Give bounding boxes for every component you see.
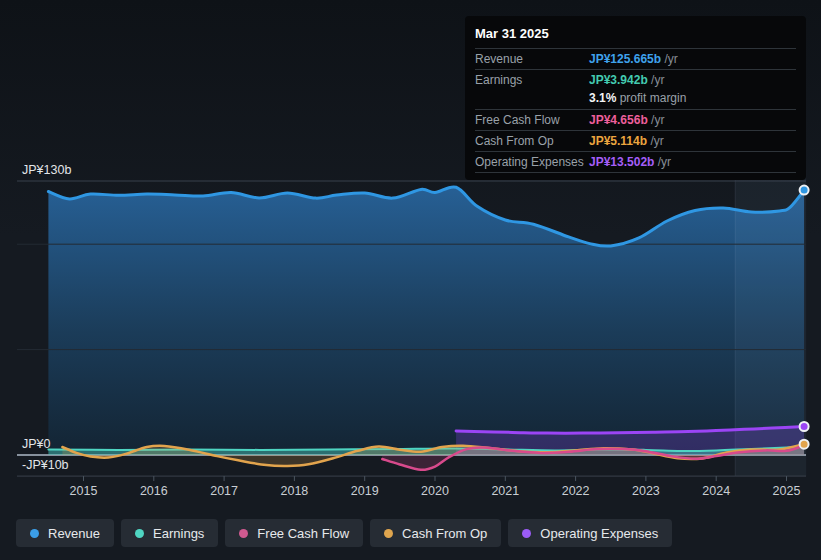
legend-label: Earnings (153, 526, 204, 541)
legend-label: Free Cash Flow (257, 526, 349, 541)
legend-item-earnings[interactable]: Earnings (121, 519, 218, 547)
chart-legend: Revenue Earnings Free Cash Flow Cash Fro… (16, 519, 672, 547)
legend-label: Cash From Op (402, 526, 487, 541)
x-axis-label: 2019 (351, 484, 379, 498)
y-axis-label: -JP¥10b (22, 458, 69, 472)
x-axis-label: 2024 (702, 484, 730, 498)
x-axis-label: 2015 (70, 484, 98, 498)
legend-label: Operating Expenses (540, 526, 658, 541)
cash-from-op-dot-icon (384, 529, 393, 538)
free-cash-flow-dot-icon (239, 529, 248, 538)
profit-margin-text: profit margin (616, 91, 686, 105)
y-axis-label: JP¥130b (22, 163, 71, 177)
tooltip-unit: /yr (648, 113, 665, 127)
tooltip-unit: /yr (648, 73, 665, 87)
tooltip-row-free-cash-flow: Free Cash Flow JP¥4.656b /yr (475, 110, 796, 130)
cash-from-op-end-marker (800, 440, 809, 449)
x-axis-label: 2016 (140, 484, 168, 498)
legend-item-cash-from-op[interactable]: Cash From Op (370, 519, 501, 547)
tooltip-profit-margin: 3.1% profit margin (475, 90, 796, 110)
tooltip-label: Revenue (475, 52, 589, 66)
profit-margin-value: 3.1% (589, 91, 616, 105)
tooltip-value: JP¥125.665b (589, 52, 661, 66)
x-axis-label: 2017 (210, 484, 238, 498)
legend-item-free-cash-flow[interactable]: Free Cash Flow (225, 519, 363, 547)
tooltip-date: Mar 31 2025 (475, 23, 796, 49)
tooltip-label: Earnings (475, 73, 589, 87)
legend-item-revenue[interactable]: Revenue (16, 519, 114, 547)
x-axis-label: 2025 (773, 484, 801, 498)
y-axis-label: JP¥0 (22, 437, 51, 451)
x-axis-label: 2023 (632, 484, 660, 498)
revenue-end-marker (800, 186, 809, 195)
tooltip-label: Free Cash Flow (475, 113, 589, 127)
tooltip-value: JP¥3.942b (589, 73, 648, 87)
x-axis-label: 2018 (280, 484, 308, 498)
x-axis-label: 2022 (562, 484, 590, 498)
operating-expenses-end-marker (800, 422, 809, 431)
tooltip-value: JP¥13.502b (589, 155, 654, 169)
legend-label: Revenue (48, 526, 100, 541)
x-axis-label: 2020 (421, 484, 449, 498)
tooltip-row-operating-expenses: Operating Expenses JP¥13.502b /yr (475, 151, 796, 173)
operating-expenses-dot-icon (522, 529, 531, 538)
x-axis-label: 2021 (491, 484, 519, 498)
tooltip-row-revenue: Revenue JP¥125.665b /yr (475, 49, 796, 69)
revenue-dot-icon (30, 529, 39, 538)
tooltip-value: JP¥5.114b (589, 134, 647, 148)
legend-item-operating-expenses[interactable]: Operating Expenses (508, 519, 672, 547)
revenue-area (48, 187, 804, 455)
chart-tooltip: Mar 31 2025 Revenue JP¥125.665b /yr Earn… (465, 16, 806, 180)
tooltip-unit: /yr (654, 155, 671, 169)
earnings-dot-icon (135, 529, 144, 538)
tooltip-row-cash-from-op: Cash From Op JP¥5.114b /yr (475, 130, 796, 151)
tooltip-value: JP¥4.656b (589, 113, 648, 127)
tooltip-unit: /yr (661, 52, 678, 66)
tooltip-unit: /yr (647, 134, 664, 148)
tooltip-label: Cash From Op (475, 134, 589, 148)
tooltip-row-earnings: Earnings JP¥3.942b /yr (475, 69, 796, 90)
tooltip-label: Operating Expenses (475, 155, 589, 169)
